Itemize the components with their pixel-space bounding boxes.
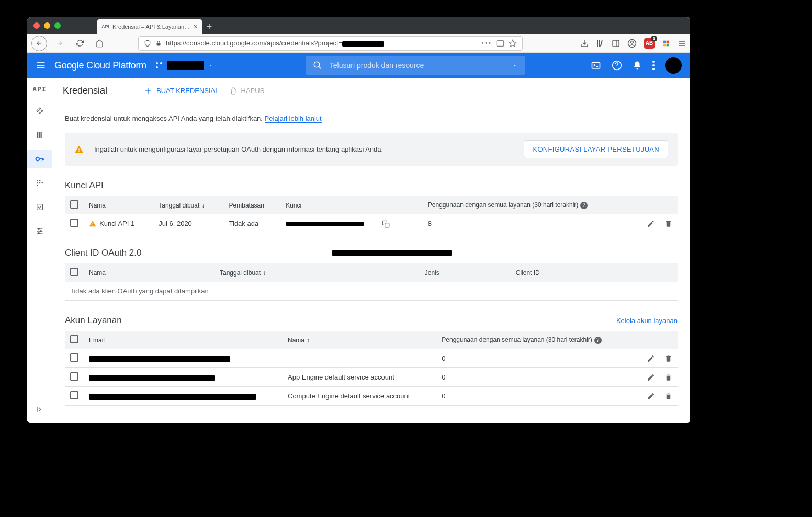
sidebar-library-icon[interactable] [33,129,46,141]
key-name-link[interactable]: Kunci API 1 [99,220,134,227]
col-name[interactable]: Nama [84,196,153,214]
sidebar-domain-icon[interactable] [33,201,46,213]
reader-mode-icon[interactable] [496,40,504,47]
extension-icon[interactable] [662,39,670,48]
edit-icon[interactable] [647,220,655,228]
chevron-down-icon[interactable] [512,62,518,68]
hamburger-menu-icon[interactable] [678,39,686,48]
col-created[interactable]: Tanggal dibuat↓ [215,263,420,282]
gcp-nav-menu-button[interactable] [36,60,46,71]
browser-tab[interactable]: API Kredensial – API & Layanan – C × [97,19,202,34]
cell-usage: 0 [436,349,634,368]
copy-icon[interactable] [382,220,390,228]
gcp-logo[interactable]: Google Cloud Platform [54,60,146,71]
svg-rect-11 [667,40,669,43]
row-checkbox[interactable] [70,219,78,227]
sidebar-credentials-icon[interactable] [27,150,52,168]
library-icon[interactable] [596,39,604,48]
edit-icon[interactable] [647,373,655,382]
svg-rect-12 [663,43,666,46]
project-icon [155,61,163,70]
search-icon [313,61,322,70]
help-icon[interactable]: ? [594,337,602,344]
bookmark-star-icon[interactable] [509,39,517,48]
svg-rect-25 [592,62,600,68]
trash-icon[interactable] [664,392,672,400]
sidebar-settings-icon[interactable] [33,225,46,237]
row-checkbox[interactable] [70,353,78,362]
col-name[interactable]: Nama [84,263,215,282]
learn-more-link[interactable]: Pelajari lebih lanjut [265,114,322,123]
table-row: Kunci API 1 Jul 6, 2020 Tidak ada 8 [65,214,678,233]
col-clientid[interactable]: Client ID [511,263,636,282]
col-name[interactable]: Nama↑ [283,331,436,349]
cell-email [84,368,283,387]
user-avatar[interactable] [665,57,682,74]
col-restriction[interactable]: Pembatasan [224,196,281,214]
help-icon[interactable]: ? [580,202,588,209]
svg-rect-0 [157,43,161,45]
delete-credential-button[interactable]: HAPUS [230,87,265,95]
col-key[interactable]: Kunci [280,196,423,214]
edit-icon[interactable] [647,354,655,363]
trash-icon[interactable] [664,354,672,363]
notifications-icon[interactable] [633,60,642,71]
gcp-header: Google Cloud Platform [27,53,690,78]
edit-icon[interactable] [647,392,655,400]
nav-forward-button[interactable] [52,36,67,51]
download-icon[interactable] [580,39,589,48]
svg-point-23 [314,62,320,67]
cloud-shell-icon[interactable] [591,60,601,71]
sidebar-dashboard-icon[interactable] [33,105,46,117]
window-close-button[interactable] [33,22,40,29]
svg-point-28 [652,64,655,66]
more-icon[interactable]: ••• [481,39,492,47]
col-email[interactable]: Email [84,331,283,349]
svg-point-21 [160,62,162,64]
adblock-extension-icon[interactable]: AB1 [644,38,655,49]
more-vert-icon[interactable] [652,61,655,70]
col-usage[interactable]: Penggunaan dengan semua layanan (30 hari… [423,196,635,214]
account-icon[interactable] [627,39,637,48]
project-selector[interactable] [155,61,213,70]
svg-point-34 [37,180,38,181]
svg-point-22 [156,66,158,68]
apikeys-section-title: Kunci API [65,180,678,191]
help-icon[interactable] [612,60,622,71]
svg-point-45 [40,231,41,232]
gcp-search-input[interactable] [330,61,504,70]
row-checkbox[interactable] [70,391,78,399]
configure-consent-button[interactable]: KONFIGURASI LAYAR PERSETUJUAN [524,140,668,158]
manage-svcacct-link[interactable]: Kelola akun layanan [616,317,678,325]
cell-usage: 0 [436,368,634,387]
nav-back-button[interactable] [31,36,47,51]
svg-point-20 [156,62,158,64]
col-type[interactable]: Jenis [420,263,511,282]
select-all-checkbox[interactable] [70,200,78,209]
warning-icon [89,220,96,227]
sidebar-toggle-icon[interactable] [612,39,620,48]
window-minimize-button[interactable] [44,22,50,29]
trash-icon[interactable] [664,220,672,228]
tab-close-icon[interactable]: × [194,22,198,31]
select-all-checkbox[interactable] [70,268,78,276]
nav-home-button[interactable] [92,36,107,51]
sidebar-collapse-icon[interactable] [33,403,46,416]
window-maximize-button[interactable] [54,22,61,29]
table-row: Compute Engine default service account 0 [65,387,678,406]
cell-usage: 8 [423,214,635,233]
svg-point-44 [38,228,39,230]
alert-text: Ingatlah untuk mengonfigurasi layar pers… [94,145,513,153]
nav-reload-button[interactable] [72,36,87,51]
trash-icon[interactable] [664,373,672,382]
svg-point-36 [37,182,38,184]
col-created[interactable]: Tanggal dibuat↓ [153,196,223,214]
row-checkbox[interactable] [70,372,78,381]
sidebar-consent-icon[interactable] [33,177,46,189]
col-usage[interactable]: Penggunaan dengan semua layanan (30 hari… [436,331,634,349]
create-credential-button[interactable]: BUAT KREDENSIAL [144,87,219,95]
gcp-search-box[interactable] [306,56,525,75]
select-all-checkbox[interactable] [70,335,78,343]
address-bar[interactable]: https://console.cloud.google.com/apis/cr… [138,36,523,51]
new-tab-button[interactable]: + [202,19,217,34]
